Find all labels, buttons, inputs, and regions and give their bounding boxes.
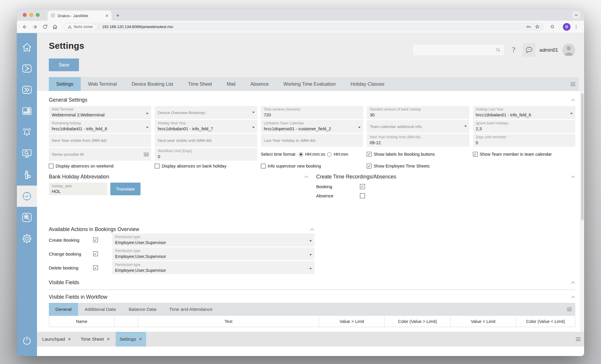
radio-hhmmss[interactable] [299, 152, 303, 157]
field-next-year-visible-until[interactable]: Next year visible until (MM-dd) [155, 134, 257, 147]
field-limitation-team-calendar[interactable]: Limitation Team Calendar hrcc1dnperso01 … [261, 120, 363, 133]
user-avatar[interactable] [562, 43, 575, 56]
checkbox[interactable] [93, 265, 98, 270]
sidebar-item-home[interactable] [17, 37, 37, 58]
vertical-scrollbar[interactable] [580, 91, 584, 332]
tab-time-sheet[interactable]: Time Sheet [181, 77, 219, 91]
collapse-chevron-icon[interactable] [571, 296, 575, 298]
close-icon[interactable]: ✕ [68, 337, 71, 342]
window-zoom-button[interactable] [36, 13, 40, 17]
checkbox[interactable] [93, 251, 98, 256]
tabstrip-menu-button[interactable] [571, 82, 575, 86]
help-button[interactable]: ? [508, 43, 520, 57]
back-button[interactable] [20, 22, 29, 31]
sidebar-item-settings[interactable] [17, 228, 37, 249]
browser-tab[interactable]: Drakos - JaniWeb ✕ [48, 11, 112, 21]
tab-web-terminal[interactable]: Web Terminal [81, 77, 124, 91]
close-icon[interactable]: ✕ [139, 337, 142, 342]
checkbox[interactable] [473, 152, 478, 157]
home-button[interactable] [51, 22, 59, 31]
workflow-tab-additional-data[interactable]: Additional Data [78, 303, 122, 316]
collapse-chevron-icon[interactable] [571, 99, 575, 101]
security-badge[interactable]: Nicht sicher [65, 24, 96, 30]
translate-button[interactable]: Translate [110, 183, 140, 195]
calendar-icon[interactable] [144, 152, 149, 157]
window-close-button[interactable] [23, 13, 27, 17]
open-tab-settings[interactable]: Settings ✕ [116, 332, 146, 347]
field-standard-bank-holiday-amount[interactable]: Standart amount of bank holiday 30 [367, 106, 469, 119]
tab-search-button[interactable] [572, 11, 580, 19]
checkbox[interactable] [360, 184, 365, 189]
sidebar-item-play[interactable] [17, 58, 37, 79]
workflow-menu-button[interactable] [567, 308, 572, 311]
field-permission-type-change[interactable]: Permission type Employee;User;Supervisor [112, 247, 314, 260]
field-holiday-next-year[interactable]: Holiday Next Year hrcc1dnbalan01 - info_… [155, 120, 257, 133]
chat-button[interactable] [523, 43, 535, 57]
field-workflow-limit[interactable]: Workflow Limit (Days) 0 [155, 148, 257, 161]
checkbox[interactable] [155, 164, 159, 168]
tab-absence[interactable]: Absence [243, 77, 276, 91]
window-minimize-button[interactable] [29, 13, 33, 17]
field-web-terminal[interactable]: Web Terminal Webterminal 2;Webterminal [49, 106, 151, 119]
sidebar-item-fast-forward[interactable] [17, 79, 37, 100]
tab-working-time-evaluation[interactable]: Working Time Evaluation [276, 77, 343, 91]
new-tab-button[interactable]: + [113, 11, 122, 20]
checkbox[interactable] [367, 152, 371, 157]
open-tab-launchpad[interactable]: Launchpad ✕ [38, 332, 75, 347]
bookmark-star-icon[interactable] [534, 24, 540, 30]
field-series-possible-till[interactable]: Series possible till [49, 148, 151, 161]
sidebar-item-device-search[interactable] [17, 143, 37, 164]
field-days-until-reminder[interactable]: Days until reminder 0 [473, 134, 575, 147]
forward-button[interactable] [30, 22, 39, 31]
checkbox[interactable] [367, 164, 371, 168]
tab-settings[interactable]: Settings [49, 77, 81, 91]
field-permission-type-create[interactable]: Permission type Employee;User;Supervisor [112, 233, 314, 246]
browser-profile-avatar[interactable]: D [563, 23, 571, 31]
field-permission-type-delete[interactable]: Permission type Employee;User;Supervisor [112, 261, 314, 274]
reload-button[interactable] [41, 22, 49, 31]
radio-hhmm[interactable] [327, 152, 332, 157]
tab-device-booking-list[interactable]: Device Booking List [124, 77, 181, 91]
sidebar-item-audit-search[interactable] [17, 207, 37, 228]
field-ignore-bank-holidays[interactable]: Ignore bank holidays 2,3 [473, 120, 575, 133]
extensions-button[interactable] [548, 22, 557, 31]
checkbox[interactable] [360, 193, 365, 198]
global-search-input[interactable] [412, 44, 505, 56]
field-holiday-last-year[interactable]: Holiday Last Year hrcc1dnbalan01 - info_… [473, 106, 575, 119]
field-next-year-visible-from[interactable]: Next Year visible from (MM-dd) [49, 134, 151, 147]
close-icon[interactable]: ✕ [106, 337, 110, 342]
browser-menu-button[interactable] [572, 22, 581, 31]
open-tabs-menu-button[interactable] [576, 337, 581, 341]
field-remaining-holiday[interactable]: Remaining holiday hrcc1dnbalan01 - info_… [49, 120, 151, 133]
collapse-chevron-icon[interactable] [304, 176, 308, 178]
field-time-window[interactable]: Time window (minutes) 720 [261, 106, 363, 119]
save-button[interactable]: Save [49, 58, 79, 71]
sidebar-item-notifications[interactable] [17, 122, 37, 143]
address-bar[interactable]: Nicht sicher 192.168.120.134:8089/janiwe… [63, 22, 544, 31]
workflow-tab-general[interactable]: General [49, 303, 78, 316]
field-device-overview-bookings[interactable]: Device Overview Bookings [155, 106, 257, 119]
sidebar-item-logout[interactable] [17, 330, 37, 351]
password-key-icon[interactable] [526, 24, 531, 30]
collapse-chevron-icon[interactable] [571, 176, 575, 178]
tab-holiday-classes[interactable]: Holiday Classes [343, 77, 392, 91]
sidebar-item-id-card[interactable] [17, 100, 37, 122]
checkbox[interactable] [261, 164, 266, 168]
checkbox[interactable] [49, 164, 54, 168]
scrollbar-thumb[interactable] [581, 93, 584, 220]
checkbox[interactable] [93, 238, 98, 242]
open-tab-time-sheet[interactable]: Time Sheet ✕ [77, 332, 114, 347]
sidebar-item-employee[interactable] [17, 164, 37, 186]
collapse-chevron-icon[interactable] [571, 281, 575, 284]
sidebar-item-time[interactable] [17, 186, 37, 207]
tab-close-icon[interactable]: ✕ [105, 14, 109, 18]
tab-mail[interactable]: Mail [219, 77, 243, 91]
field-next-year-holiday-from[interactable]: Next Year Holiday from (MM-dd) 09-12 [367, 134, 469, 147]
workflow-tab-balance-data[interactable]: Balance Data [122, 303, 163, 316]
workflow-tab-time-and-attendance[interactable]: Time and Attendance [163, 303, 219, 316]
field-last-year-holiday-to[interactable]: Last Year Holiday to (MM-dd) [261, 134, 363, 147]
window-bottom-strip [37, 347, 584, 356]
field-team-calendar-additional-info[interactable]: Team calendar additional info [367, 120, 469, 133]
field-holiday-abbr[interactable]: holiday_abbr HOL [49, 183, 107, 195]
collapse-chevron-icon[interactable] [310, 228, 314, 231]
